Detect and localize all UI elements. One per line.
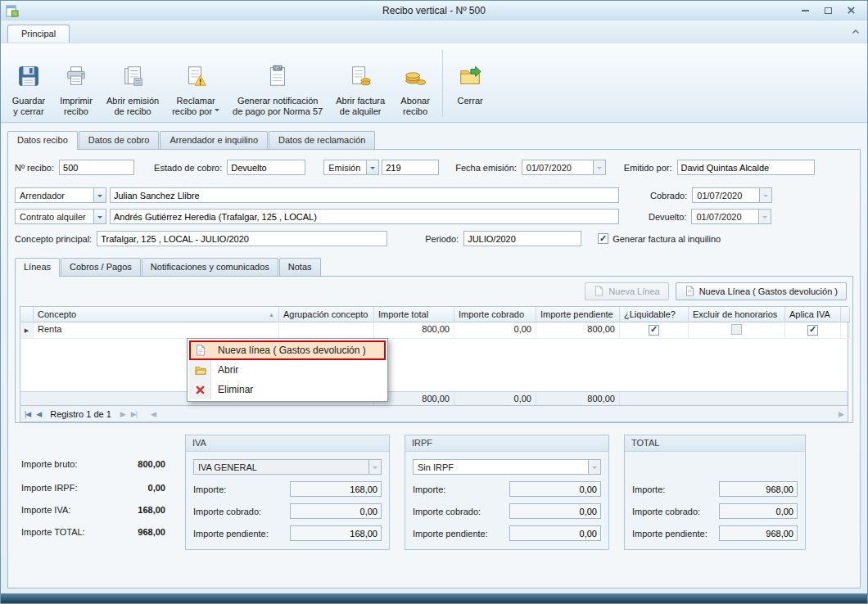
cobrado-label: Cobrado: bbox=[650, 191, 687, 201]
context-menu: Nueva línea ( Gastos devolución ) Abrir … bbox=[187, 338, 388, 402]
open-rent-invoice-button[interactable]: Abrir factura de alquiler bbox=[330, 47, 391, 120]
column-header-importe-total[interactable]: Importe total bbox=[374, 307, 454, 322]
emision-number-input[interactable] bbox=[382, 160, 439, 175]
iva-pendiente-input[interactable] bbox=[290, 525, 382, 541]
iva-groupbox-title: IVA bbox=[186, 435, 389, 452]
open-issue-button[interactable]: Abrir emisión de recibo bbox=[101, 47, 165, 120]
scroll-left-button[interactable]: ◀ bbox=[151, 410, 156, 418]
devuelto-label: Devuelto: bbox=[649, 212, 686, 222]
column-header-aplica-iva[interactable]: Aplica IVA bbox=[785, 307, 841, 322]
importe-bruto-label: Importe bruto: bbox=[21, 459, 77, 469]
tab-notificaciones[interactable]: Notificaciones y comunicados bbox=[142, 258, 278, 276]
iva-importe-input[interactable] bbox=[290, 481, 382, 497]
save-close-button[interactable]: Guardar y cerrar bbox=[6, 47, 52, 120]
chevron-down-icon[interactable] bbox=[588, 460, 600, 474]
importe-bruto-row: Importe bruto:800,00 bbox=[21, 459, 165, 469]
maximize-button[interactable] bbox=[823, 6, 833, 16]
calendar-dropdown-icon bbox=[593, 160, 605, 174]
previous-record-button[interactable]: ◀ bbox=[36, 410, 41, 418]
tab-notas[interactable]: Notas bbox=[279, 258, 321, 276]
aplica-iva-checkbox[interactable] bbox=[807, 325, 818, 336]
importe-iva-row: Importe IVA:168,00 bbox=[21, 505, 165, 515]
num-recibo-input[interactable] bbox=[59, 160, 134, 175]
cell-agrupacion[interactable] bbox=[279, 322, 374, 339]
cell-concepto[interactable]: Renta bbox=[34, 322, 279, 339]
arrendador-input[interactable] bbox=[110, 187, 619, 203]
lines-grid: Concepto▲ Agrupación concepto Importe to… bbox=[20, 306, 848, 406]
row-indicator-icon: ▶ bbox=[20, 322, 34, 339]
tab-datos-de-cobro[interactable]: Datos de cobro bbox=[79, 131, 160, 149]
column-header-importe-pendiente[interactable]: Importe pendiente bbox=[536, 307, 620, 322]
claim-receipt-button[interactable]: Reclamar recibo por bbox=[166, 47, 225, 120]
last-record-button[interactable]: ▶| bbox=[131, 410, 137, 418]
tab-cobros-pagos[interactable]: Cobros / Pagos bbox=[61, 258, 141, 276]
arrendador-combo[interactable]: Arrendador bbox=[15, 187, 106, 203]
irpf-importe-input[interactable] bbox=[509, 481, 601, 497]
generar-factura-checkbox[interactable] bbox=[598, 233, 608, 244]
total-groupbox-title: TOTAL bbox=[625, 435, 805, 452]
print-receipt-label: Imprimir recibo bbox=[60, 96, 93, 119]
column-header-excluir-honorarios[interactable]: Excluir de honorarios bbox=[689, 307, 785, 322]
tab-datos-recibo[interactable]: Datos recibo bbox=[7, 131, 78, 150]
total-importe-input[interactable] bbox=[719, 481, 798, 497]
column-header-concepto[interactable]: Concepto▲ bbox=[34, 307, 279, 322]
emision-combo[interactable]: Emisión bbox=[323, 160, 379, 175]
form-row-3: Contrato alquiler Devuelto: 01/07/2020 bbox=[15, 209, 853, 224]
next-record-button[interactable]: ▶ bbox=[120, 410, 125, 418]
column-header-liquidable[interactable]: ¿Liquidable? bbox=[620, 307, 689, 322]
ribbon-toolbar: Guardar y cerrar Imprimir recibo Abrir e… bbox=[1, 43, 867, 123]
irpf-pendiente-input[interactable] bbox=[509, 525, 601, 541]
menu-item-nueva-linea-gastos[interactable]: Nueva línea ( Gastos devolución ) bbox=[189, 340, 386, 360]
norma57-notification-button[interactable]: N57 Generar notificación de pago por Nor… bbox=[227, 47, 328, 120]
chevron-down-icon[interactable] bbox=[93, 188, 106, 202]
new-line-gastos-button[interactable]: Nueva Línea ( Gastos devolución ) bbox=[676, 282, 847, 300]
menu-item-eliminar[interactable]: Eliminar bbox=[189, 380, 386, 399]
credit-receipt-button[interactable]: Abonar recibo bbox=[392, 47, 438, 120]
irpf-cobrado-input[interactable] bbox=[509, 503, 601, 519]
menu-item-abrir[interactable]: Abrir bbox=[189, 360, 386, 380]
total-pendiente-input[interactable] bbox=[719, 525, 798, 541]
fecha-emision-date[interactable]: 01/07/2020 bbox=[522, 160, 606, 175]
scroll-right-button[interactable]: ▶ bbox=[839, 410, 843, 418]
importe-irpf-row: Importe IRPF:0,00 bbox=[21, 483, 165, 493]
close-button[interactable] bbox=[846, 6, 856, 16]
total-cobrado-input[interactable] bbox=[719, 503, 798, 519]
minimize-button[interactable] bbox=[800, 6, 810, 16]
concepto-principal-input[interactable] bbox=[97, 231, 387, 246]
first-record-button[interactable]: |◀ bbox=[25, 410, 30, 418]
iva-cobrado-input[interactable] bbox=[290, 503, 382, 519]
tab-arrendador-inquilino[interactable]: Arrendador e inquilino bbox=[160, 131, 268, 149]
chevron-down-icon[interactable] bbox=[93, 210, 106, 223]
print-receipt-button[interactable]: Imprimir recibo bbox=[53, 47, 99, 120]
cell-importe-pendiente[interactable]: 800,00 bbox=[536, 322, 620, 339]
cell-importe-total[interactable]: 800,00 bbox=[374, 322, 454, 339]
importe-total-label: Importe TOTAL: bbox=[21, 527, 85, 537]
column-header-importe-cobrado[interactable]: Importe cobrado bbox=[454, 307, 536, 322]
table-row[interactable]: ▶ Renta 800,00 0,00 800,00 bbox=[20, 322, 848, 339]
irpf-type-combo[interactable]: Sin IRPF bbox=[413, 459, 601, 475]
importe-irpf-label: Importe IRPF: bbox=[21, 483, 77, 493]
iva-pendiente-label: Importe pendiente: bbox=[193, 529, 269, 539]
chevron-down-icon[interactable] bbox=[366, 160, 378, 174]
contrato-input[interactable] bbox=[110, 209, 619, 224]
close-form-button[interactable]: Cerrar bbox=[447, 47, 493, 120]
ribbon-tab-principal[interactable]: Principal bbox=[7, 25, 70, 43]
emision-combo-text: Emisión bbox=[324, 163, 366, 173]
cell-importe-cobrado[interactable]: 0,00 bbox=[454, 322, 536, 339]
contrato-combo[interactable]: Contrato alquiler bbox=[15, 209, 106, 224]
tab-lineas[interactable]: Líneas bbox=[15, 258, 60, 277]
periodo-input[interactable] bbox=[463, 231, 581, 246]
grid-empty-area[interactable] bbox=[20, 339, 848, 391]
devuelto-date[interactable]: 01/07/2020 bbox=[691, 209, 771, 224]
ribbon-collapse-button[interactable] bbox=[851, 27, 861, 38]
estado-cobro-input[interactable] bbox=[227, 160, 305, 175]
liquidable-checkbox[interactable] bbox=[649, 325, 659, 336]
cobrado-date[interactable]: 01/07/2020 bbox=[692, 187, 772, 203]
importe-total-value: 968,00 bbox=[138, 527, 165, 537]
iva-type-text: IVA GENERAL bbox=[194, 462, 368, 472]
emitido-por-input[interactable] bbox=[677, 160, 815, 175]
contrato-combo-text: Contrato alquiler bbox=[16, 212, 93, 222]
column-header-agrupacion[interactable]: Agrupación concepto bbox=[279, 307, 374, 322]
tab-datos-reclamacion[interactable]: Datos de reclamación bbox=[269, 131, 375, 149]
grid-header-row: Concepto▲ Agrupación concepto Importe to… bbox=[20, 307, 848, 322]
